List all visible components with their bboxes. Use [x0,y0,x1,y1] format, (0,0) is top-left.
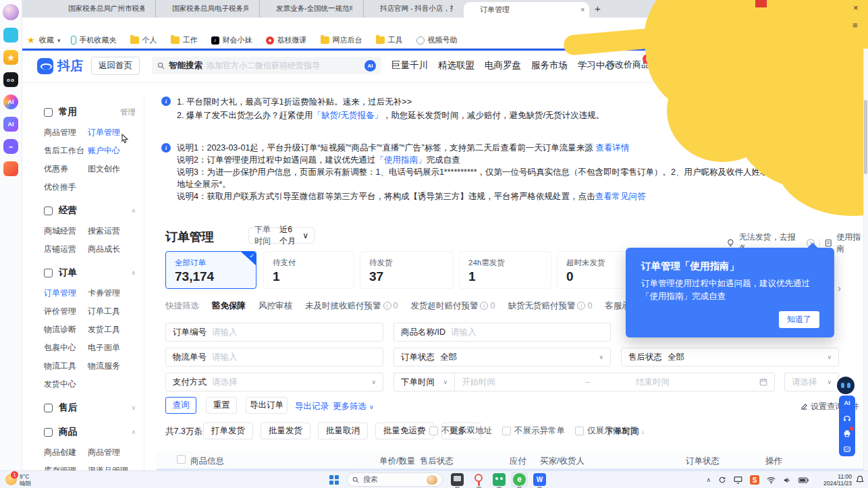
browser-tab[interactable]: 抖店官网 - 抖音小店，抖音电商 [364,0,464,18]
display-filter-checkbox[interactable]: 不展示异常单 [502,425,565,437]
collapse-icon[interactable]: ∧ [131,207,136,214]
bookmark-item[interactable]: 手机收藏夹 [71,35,120,45]
battery-icon[interactable] [798,477,809,483]
window-close-button[interactable]: × [853,3,859,13]
sidebar-item[interactable]: 商品管理 [44,127,88,138]
ai-helper-button[interactable]: AI [839,396,855,410]
query-button[interactable]: 查询 [165,397,196,414]
shop-nav-link[interactable]: 巨量千川 [391,59,428,72]
browser-tab[interactable]: 订单管理 × [464,2,589,18]
sidebar-item[interactable]: 评价管理 [44,306,88,317]
batch-action-button[interactable]: 批量发货 [261,423,310,439]
reset-button[interactable]: 重置 [206,397,237,414]
sidebar-item[interactable]: 包裹中心 [44,342,88,354]
stat-pending-pay[interactable]: 待支付1 [263,251,354,289]
tray-expand-icon[interactable]: ∧ [706,477,711,483]
dock-app-icon[interactable]: •• [3,139,18,154]
tab-close-icon[interactable]: × [578,6,585,13]
display-icon[interactable] [734,476,742,484]
sidebar-item[interactable]: 发货中心 [44,379,88,390]
dock-app-icon[interactable] [3,4,19,20]
shortage-report-link[interactable]: 「缺货/无货报备」 [313,111,382,120]
time-type-select[interactable]: 下单时间 ∨ [394,373,454,391]
stat-24h-ship[interactable]: 24h需发货1 [459,251,551,289]
sidebar-item[interactable]: 渠道品管理 [88,465,132,470]
wechat-icon[interactable] [493,473,506,486]
file-explorer-icon[interactable] [451,473,464,486]
bookmark-item[interactable]: 视频号助 [416,35,461,45]
order-status-select[interactable]: 订单状态全部 ∨ [394,348,611,367]
sidebar-item[interactable]: 物流工具 [44,360,88,372]
checkbox[interactable] [502,427,511,435]
popover-ok-button[interactable]: 知道了 [779,311,819,328]
batch-action-button[interactable]: 批量免运费 [375,423,434,439]
wifi-icon[interactable] [767,477,776,484]
collapse-icon[interactable]: ∧ [131,429,136,435]
sidebar-item[interactable]: 库存管理 [44,465,88,470]
export-orders-button[interactable]: 导出订单 [246,397,288,414]
faq-link[interactable]: 查看常见问答 [595,192,645,201]
bookmark-item[interactable]: ★ 收藏 ▾ [27,35,61,45]
dock-app-icon[interactable]: ★ [3,50,18,65]
order-time-select[interactable]: 下单时间 近6个月 ∨ [248,227,315,244]
browser-360-icon[interactable]: e [513,473,526,486]
taskbar-search[interactable]: 搜索 [347,472,443,487]
view-details-link[interactable]: 查看详情 [595,143,629,153]
taskbar-clock[interactable]: 11:002024/11/23 [823,473,852,487]
aftersale-status-select[interactable]: 售后状态全部 ∨ [621,348,839,367]
export-log-link[interactable]: 导出记录 [295,401,329,412]
shop-nav-link[interactable]: 电商罗盘 [485,59,521,72]
sidebar-item[interactable]: 图文创作 [88,163,132,175]
select-all-checkbox[interactable] [177,455,186,464]
bookmark-item[interactable]: ♪ 财会小妹 [211,35,256,45]
checkbox[interactable] [575,427,584,435]
collapse-icon[interactable]: ∧ [131,269,136,276]
sidebar-item[interactable]: 发货工具 [88,324,132,335]
expand-icon[interactable]: ∨ [131,404,136,411]
shop-nav-link[interactable]: 服务市场 [531,59,568,72]
bookmark-item[interactable]: 个人 [130,35,161,45]
new-tab-button[interactable]: + [595,3,601,14]
robot-chat-icon[interactable] [839,442,855,456]
blue-app-icon[interactable]: W [533,473,546,486]
sidebar-item[interactable]: 物流诊断 [44,324,88,335]
sidebar-item[interactable]: 商城经营 [44,225,88,237]
tracking-no-field[interactable]: 物流单号请输入 [165,348,383,367]
filter-chip-risk[interactable]: 风控审核 [259,300,292,312]
extra-select[interactable]: 请选择 ∨ [784,373,839,391]
start-button[interactable] [329,475,339,485]
browser-menu-icon[interactable]: ≡ [852,20,858,30]
ai-search-icon[interactable]: AI [364,60,376,72]
browser-tab[interactable]: 国家税务总局广州市税务局 [52,0,156,18]
dock-app-icon[interactable] [3,161,18,176]
sidebar-item[interactable]: 订单管理 [44,288,88,299]
weather-widget[interactable]: 9°C晴朗 [20,473,31,487]
browser-tab[interactable]: 国家税务总局电子税务局 [156,0,260,18]
sidebar-item[interactable]: 店铺运营 [44,244,88,255]
sidebar-item[interactable]: 商品创建 [44,447,88,458]
manage-link[interactable]: 管理 [120,107,136,117]
stat-to-ship[interactable]: 待发货37 [360,251,454,289]
sidebar-item[interactable]: 订单工具 [88,306,132,317]
sync-icon[interactable] [718,476,726,484]
sidebar-item[interactable]: 卡券管理 [88,288,132,299]
display-filter-checkbox[interactable]: 不展示双地址 [429,425,492,437]
bookmark-item[interactable]: 工作 [171,35,201,45]
notification-bell-icon[interactable] [856,475,864,484]
shop-search-box[interactable]: 智能搜索 添加官方小二微信获得经营指导 AI [152,57,381,74]
stats-next-arrow[interactable]: › [838,282,841,294]
sidebar-item[interactable]: 商品成长 [88,244,132,255]
customer-service-icon[interactable] [839,412,855,425]
usage-guide-link[interactable]: 「使用指南」 [375,155,426,165]
filter-chip-exempt[interactable]: 豁免保障 [212,300,246,312]
back-home-button[interactable]: 返回首页 [91,57,140,75]
browser-tab[interactable]: 发票业务-全国统一规范电子税 [260,0,364,18]
page-scrollbar-thumb[interactable] [864,100,867,174]
bookmark-item[interactable]: 工具 [376,35,406,45]
sidebar-item[interactable]: 优价推手 [44,182,88,193]
more-filters-link[interactable]: 更多筛选∨ [333,401,374,412]
sidebar-item[interactable]: 优惠券 [44,163,88,175]
date-range-field[interactable]: 开始时间 – 结束时间 [454,373,775,391]
batch-action-button[interactable]: 批量取消 [318,423,368,439]
batch-action-button[interactable]: 打单发货 [203,423,253,439]
